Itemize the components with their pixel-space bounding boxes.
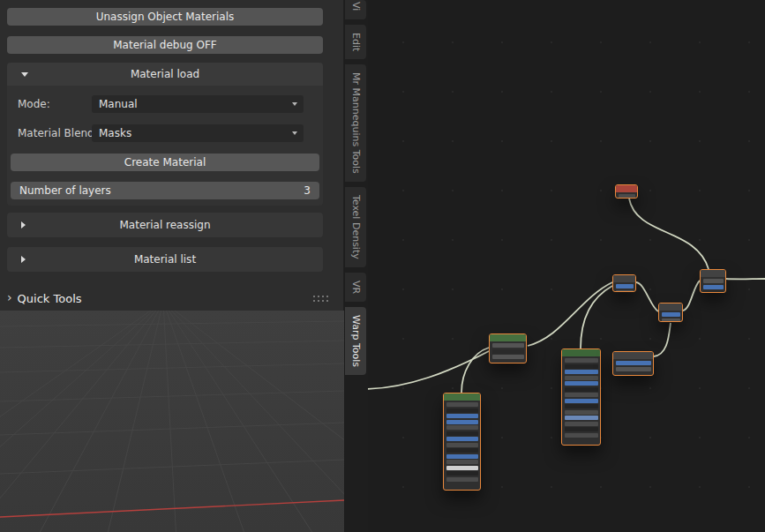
node-socket-row (565, 422, 598, 426)
node-socket-row (492, 343, 524, 348)
sidebar-tab-strip: Vi Edit Mr Mannequins Tools Texel Densit… (345, 0, 368, 532)
tab-edit[interactable]: Edit (345, 25, 366, 59)
node-header (444, 393, 480, 401)
tab-mr-mannequins-tools[interactable]: Mr Mannequins Tools (345, 64, 366, 182)
material-debug-button[interactable]: Material debug OFF (7, 36, 323, 54)
viewport-3d[interactable] (0, 311, 344, 532)
shader-node[interactable] (700, 269, 726, 293)
node-socket-row (565, 376, 598, 380)
node-socket-row (565, 387, 598, 392)
material-blend-label: Material Blend... (11, 127, 92, 139)
node-socket-row (446, 471, 478, 476)
material-reassign-header[interactable]: Material reassign (7, 213, 323, 237)
node-socket-row (446, 420, 478, 424)
mode-row: Mode: Manual (11, 95, 319, 113)
node-header (616, 185, 637, 192)
shader-node[interactable] (612, 351, 654, 376)
node-socket-row (616, 290, 634, 293)
triangle-down-icon (21, 72, 28, 77)
material-list-header[interactable]: Material list (7, 247, 323, 272)
node-socket-row (446, 431, 478, 436)
node-socket-row (565, 358, 598, 363)
node-socket-row (565, 433, 598, 438)
panel-title: Material load (131, 68, 199, 80)
quick-tools-label: Quick Tools (18, 292, 82, 305)
node-socket-row (446, 408, 478, 413)
node-socket-row (446, 425, 478, 430)
layers-label: Number of layers (19, 184, 111, 197)
triangle-right-icon (21, 256, 26, 263)
chevron-down-icon (292, 131, 297, 135)
blend-value: Masks (99, 127, 131, 139)
node-socket-row (565, 427, 598, 431)
node-socket-row (565, 370, 598, 374)
node-link[interactable] (629, 199, 709, 269)
blend-row: Material Blend... Masks (11, 124, 319, 142)
node-socket-row (565, 399, 598, 403)
shader-node[interactable] (489, 333, 527, 363)
node-socket-row (446, 402, 478, 407)
node-socket-row (446, 477, 478, 482)
tab-warp-tools[interactable]: Warp Tools (345, 307, 366, 375)
node-header (613, 275, 635, 282)
node-socket-row (662, 318, 680, 323)
material-reassign-panel: Material reassign (7, 213, 323, 237)
node-header (613, 352, 653, 359)
node-header (659, 303, 682, 311)
node-socket-row (565, 416, 598, 420)
triangle-right-icon (21, 221, 26, 229)
node-links (368, 0, 765, 532)
shader-node[interactable] (443, 393, 481, 491)
node-socket-row (446, 460, 478, 464)
node-socket-row (446, 454, 478, 459)
node-link[interactable] (528, 282, 612, 346)
x-axis-line (0, 500, 344, 517)
node-socket-row (616, 361, 651, 365)
material-list-panel: Material list (7, 247, 323, 272)
grip-icon[interactable] (312, 295, 328, 303)
node-socket-row (565, 410, 598, 415)
node-header (490, 334, 526, 341)
node-link[interactable] (368, 351, 489, 389)
panel-title: Material list (134, 253, 196, 266)
node-socket-row (619, 194, 635, 199)
node-link[interactable] (581, 286, 612, 348)
node-header (562, 349, 600, 356)
material-blend-dropdown[interactable]: Masks (92, 124, 304, 142)
node-socket-row (565, 393, 598, 397)
tab-view[interactable]: Vi (345, 0, 366, 19)
number-of-layers-field[interactable]: Number of layers 3 (11, 182, 319, 199)
chevron-right-icon: › (7, 290, 12, 304)
node-socket-row (565, 364, 598, 369)
shader-node[interactable] (561, 348, 601, 446)
node-editor[interactable] (368, 0, 765, 532)
node-socket-row (446, 414, 478, 418)
node-socket-row (446, 443, 478, 447)
node-header (701, 270, 725, 277)
tab-vr[interactable]: VR (345, 273, 366, 302)
node-link[interactable] (461, 348, 489, 393)
node-socket-row (446, 466, 478, 470)
shader-node[interactable] (615, 184, 638, 199)
node-socket-row (492, 349, 524, 354)
mode-dropdown[interactable]: Manual (92, 95, 304, 113)
node-socket-row (616, 367, 651, 371)
node-socket-row (616, 284, 634, 288)
shader-node[interactable] (658, 303, 683, 322)
create-material-button[interactable]: Create Material (11, 154, 319, 171)
quick-tools-header[interactable]: › Quick Tools (0, 286, 344, 311)
shader-node[interactable] (612, 274, 636, 292)
node-link[interactable] (654, 323, 671, 356)
node-socket-row (703, 285, 724, 289)
mode-label: Mode: (11, 98, 92, 110)
material-load-panel: Material load Mode: Manual Material Blen… (7, 63, 323, 206)
node-link[interactable] (683, 281, 700, 311)
unassign-materials-button[interactable]: Unassign Object Materials (7, 8, 323, 26)
node-link[interactable] (636, 282, 658, 311)
layers-value: 3 (304, 184, 311, 197)
node-socket-row (565, 381, 598, 386)
material-load-header[interactable]: Material load (7, 63, 323, 86)
node-socket-row (446, 448, 478, 453)
tab-texel-density[interactable]: Texel Density (345, 187, 366, 267)
node-socket-row (703, 279, 724, 283)
